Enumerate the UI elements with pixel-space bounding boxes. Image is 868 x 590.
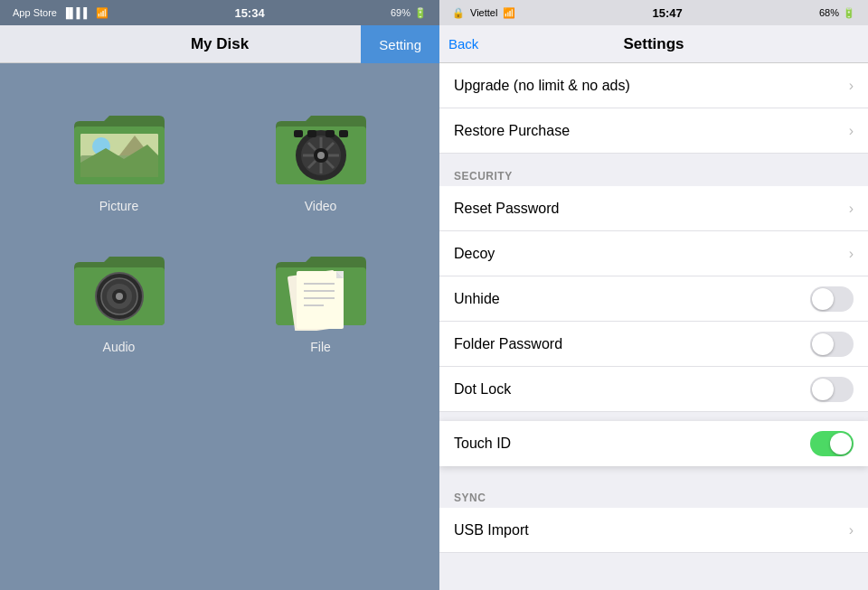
usb-import-label: USB Import <box>454 522 529 538</box>
wifi-icon-left: 📶 <box>96 7 108 19</box>
picture-label: Picture <box>99 199 139 213</box>
upgrade-label: Upgrade (no limit & no ads) <box>454 78 630 94</box>
svg-rect-22 <box>326 130 335 137</box>
disk-item-file[interactable]: File <box>220 231 421 372</box>
right-time: 15:47 <box>653 6 683 20</box>
video-folder-icon <box>271 108 371 190</box>
settings-list: Upgrade (no limit & no ads) › Restore Pu… <box>439 63 868 590</box>
touch-id-label: Touch ID <box>454 435 511 452</box>
separator-1 <box>439 154 868 161</box>
status-left-icons: App Store ▐▌▌▌ 📶 <box>13 7 108 19</box>
settings-row-dot-lock[interactable]: Dot Lock <box>439 367 868 412</box>
left-time: 15:34 <box>234 6 264 20</box>
reset-password-label: Reset Password <box>454 201 560 217</box>
settings-row-restore[interactable]: Restore Purchase › <box>439 108 868 154</box>
restore-chevron-icon: › <box>849 123 854 139</box>
right-panel: 🔒 Viettel 📶 15:47 68% 🔋 Back Settings Up… <box>439 0 868 590</box>
disk-content-grid: Picture <box>0 63 439 390</box>
settings-row-usb-import[interactable]: USB Import › <box>439 508 868 553</box>
battery-percent-left: 69% <box>391 7 410 18</box>
svg-rect-21 <box>307 130 316 137</box>
lock-icon: 🔒 <box>452 7 465 19</box>
audio-label: Audio <box>103 340 136 354</box>
touch-id-spacer-above <box>439 412 868 421</box>
status-right-right-info: 68% 🔋 <box>819 7 855 19</box>
status-right-left-info: 🔒 Viettel 📶 <box>452 7 515 19</box>
svg-rect-34 <box>297 271 344 329</box>
nav-bar-left: My Disk Setting <box>0 25 439 63</box>
unhide-toggle[interactable] <box>810 286 854 312</box>
svg-rect-23 <box>339 130 348 137</box>
battery-icon-right: 🔋 <box>843 7 855 19</box>
decoy-label: Decoy <box>454 246 495 262</box>
touch-id-spacer-below <box>439 466 868 475</box>
unhide-label: Unhide <box>454 291 500 307</box>
disk-item-picture[interactable]: Picture <box>18 90 220 231</box>
battery-icon-left: 🔋 <box>414 7 427 19</box>
right-nav-title: Settings <box>623 35 684 53</box>
restore-label: Restore Purchase <box>454 123 570 139</box>
settings-row-decoy[interactable]: Decoy › <box>439 231 868 276</box>
settings-row-touch-id[interactable]: Touch ID <box>439 421 868 466</box>
nav-bar-right: Back Settings <box>439 25 868 63</box>
disk-item-audio[interactable]: Audio <box>18 231 220 372</box>
settings-row-unhide[interactable]: Unhide <box>439 276 868 322</box>
setting-tab[interactable]: Setting <box>361 25 439 63</box>
reset-password-chevron-icon: › <box>849 201 854 217</box>
settings-row-folder-password[interactable]: Folder Password <box>439 322 868 367</box>
settings-row-upgrade[interactable]: Upgrade (no limit & no ads) › <box>439 63 868 108</box>
back-button[interactable]: Back <box>448 36 478 52</box>
upgrade-chevron-icon: › <box>849 78 854 94</box>
svg-point-11 <box>317 152 325 159</box>
video-label: Video <box>305 199 337 213</box>
status-bar-left: App Store ▐▌▌▌ 📶 15:34 69% 🔋 <box>0 0 439 25</box>
file-label: File <box>310 340 331 354</box>
decoy-chevron-icon: › <box>849 246 854 262</box>
picture-folder-icon <box>70 108 169 190</box>
folder-password-label: Folder Password <box>454 336 562 352</box>
settings-row-reset-password[interactable]: Reset Password › <box>439 186 868 231</box>
signal-icon: ▐▌▌▌ <box>62 7 90 18</box>
status-bar-right: 🔒 Viettel 📶 15:47 68% 🔋 <box>439 0 868 25</box>
status-right-icons-left: 69% 🔋 <box>391 7 427 19</box>
folder-password-toggle[interactable] <box>810 332 854 357</box>
separator-2 <box>439 475 868 482</box>
usb-import-chevron-icon: › <box>849 522 854 538</box>
app-store-label: App Store <box>13 7 57 18</box>
disk-item-video[interactable]: Video <box>220 90 421 231</box>
left-nav-title: My Disk <box>191 35 249 53</box>
sync-section-header: SYNC <box>439 482 868 508</box>
touch-id-toggle[interactable] <box>810 431 854 456</box>
svg-point-29 <box>116 293 123 300</box>
dot-lock-label: Dot Lock <box>454 381 511 398</box>
file-folder-icon <box>271 249 371 331</box>
security-section-header: SECURITY <box>439 161 868 186</box>
battery-percent-right: 68% <box>819 7 839 18</box>
audio-folder-icon <box>70 249 169 331</box>
dot-lock-toggle[interactable] <box>810 377 854 402</box>
svg-rect-20 <box>294 130 303 137</box>
left-panel: App Store ▐▌▌▌ 📶 15:34 69% 🔋 My Disk Set… <box>0 0 439 590</box>
carrier-label: Viettel <box>470 7 497 18</box>
wifi-icon-right: 📶 <box>503 7 515 19</box>
